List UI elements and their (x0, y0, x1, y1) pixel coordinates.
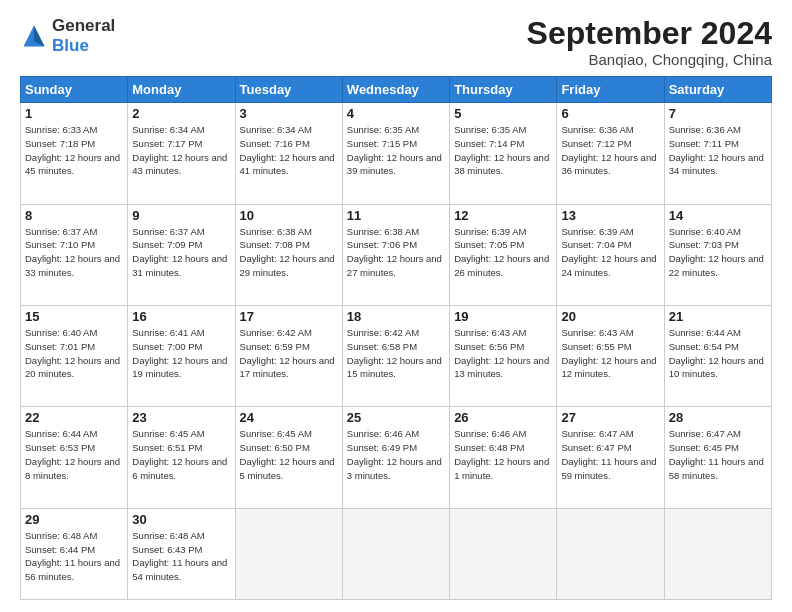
day-number: 7 (669, 106, 767, 121)
calendar-cell: 11Sunrise: 6:38 AMSunset: 7:06 PMDayligh… (342, 204, 449, 305)
calendar-cell: 19Sunrise: 6:43 AMSunset: 6:56 PMDayligh… (450, 306, 557, 407)
calendar-cell: 28Sunrise: 6:47 AMSunset: 6:45 PMDayligh… (664, 407, 771, 508)
day-number: 23 (132, 410, 230, 425)
logo-text: General Blue (52, 16, 115, 55)
day-info: Sunrise: 6:34 AMSunset: 7:16 PMDaylight:… (240, 123, 338, 178)
day-number: 5 (454, 106, 552, 121)
calendar-week-row: 8Sunrise: 6:37 AMSunset: 7:10 PMDaylight… (21, 204, 772, 305)
calendar-cell: 14Sunrise: 6:40 AMSunset: 7:03 PMDayligh… (664, 204, 771, 305)
day-info: Sunrise: 6:38 AMSunset: 7:08 PMDaylight:… (240, 225, 338, 280)
day-number: 8 (25, 208, 123, 223)
calendar-cell: 6Sunrise: 6:36 AMSunset: 7:12 PMDaylight… (557, 103, 664, 204)
calendar-cell: 26Sunrise: 6:46 AMSunset: 6:48 PMDayligh… (450, 407, 557, 508)
day-number: 2 (132, 106, 230, 121)
day-number: 19 (454, 309, 552, 324)
day-number: 28 (669, 410, 767, 425)
day-info: Sunrise: 6:41 AMSunset: 7:00 PMDaylight:… (132, 326, 230, 381)
calendar-table: SundayMondayTuesdayWednesdayThursdayFrid… (20, 76, 772, 600)
day-info: Sunrise: 6:44 AMSunset: 6:53 PMDaylight:… (25, 427, 123, 482)
calendar-cell: 22Sunrise: 6:44 AMSunset: 6:53 PMDayligh… (21, 407, 128, 508)
calendar-cell: 21Sunrise: 6:44 AMSunset: 6:54 PMDayligh… (664, 306, 771, 407)
day-number: 21 (669, 309, 767, 324)
calendar-cell: 9Sunrise: 6:37 AMSunset: 7:09 PMDaylight… (128, 204, 235, 305)
day-info: Sunrise: 6:36 AMSunset: 7:12 PMDaylight:… (561, 123, 659, 178)
calendar-cell: 16Sunrise: 6:41 AMSunset: 7:00 PMDayligh… (128, 306, 235, 407)
calendar-cell: 24Sunrise: 6:45 AMSunset: 6:50 PMDayligh… (235, 407, 342, 508)
logo-general: General (52, 16, 115, 36)
calendar-cell: 8Sunrise: 6:37 AMSunset: 7:10 PMDaylight… (21, 204, 128, 305)
day-info: Sunrise: 6:37 AMSunset: 7:09 PMDaylight:… (132, 225, 230, 280)
header: General Blue September 2024 Banqiao, Cho… (20, 16, 772, 68)
day-number: 16 (132, 309, 230, 324)
day-info: Sunrise: 6:35 AMSunset: 7:15 PMDaylight:… (347, 123, 445, 178)
day-number: 10 (240, 208, 338, 223)
day-number: 27 (561, 410, 659, 425)
day-number: 30 (132, 512, 230, 527)
calendar-cell (235, 508, 342, 599)
calendar-cell: 30Sunrise: 6:48 AMSunset: 6:43 PMDayligh… (128, 508, 235, 599)
day-number: 29 (25, 512, 123, 527)
day-info: Sunrise: 6:44 AMSunset: 6:54 PMDaylight:… (669, 326, 767, 381)
location: Banqiao, Chongqing, China (527, 51, 772, 68)
day-info: Sunrise: 6:37 AMSunset: 7:10 PMDaylight:… (25, 225, 123, 280)
calendar-cell: 10Sunrise: 6:38 AMSunset: 7:08 PMDayligh… (235, 204, 342, 305)
day-info: Sunrise: 6:33 AMSunset: 7:18 PMDaylight:… (25, 123, 123, 178)
calendar-week-row: 22Sunrise: 6:44 AMSunset: 6:53 PMDayligh… (21, 407, 772, 508)
day-number: 17 (240, 309, 338, 324)
day-number: 22 (25, 410, 123, 425)
day-info: Sunrise: 6:43 AMSunset: 6:55 PMDaylight:… (561, 326, 659, 381)
day-info: Sunrise: 6:39 AMSunset: 7:05 PMDaylight:… (454, 225, 552, 280)
calendar-cell: 20Sunrise: 6:43 AMSunset: 6:55 PMDayligh… (557, 306, 664, 407)
day-number: 3 (240, 106, 338, 121)
day-info: Sunrise: 6:46 AMSunset: 6:48 PMDaylight:… (454, 427, 552, 482)
day-info: Sunrise: 6:40 AMSunset: 7:03 PMDaylight:… (669, 225, 767, 280)
logo-blue: Blue (52, 36, 115, 56)
day-info: Sunrise: 6:38 AMSunset: 7:06 PMDaylight:… (347, 225, 445, 280)
day-number: 25 (347, 410, 445, 425)
calendar-cell (664, 508, 771, 599)
calendar-week-row: 1Sunrise: 6:33 AMSunset: 7:18 PMDaylight… (21, 103, 772, 204)
logo: General Blue (20, 16, 115, 55)
calendar-cell: 12Sunrise: 6:39 AMSunset: 7:05 PMDayligh… (450, 204, 557, 305)
calendar-header-monday: Monday (128, 77, 235, 103)
day-info: Sunrise: 6:39 AMSunset: 7:04 PMDaylight:… (561, 225, 659, 280)
day-number: 24 (240, 410, 338, 425)
day-info: Sunrise: 6:48 AMSunset: 6:43 PMDaylight:… (132, 529, 230, 584)
calendar-cell: 23Sunrise: 6:45 AMSunset: 6:51 PMDayligh… (128, 407, 235, 508)
day-info: Sunrise: 6:45 AMSunset: 6:51 PMDaylight:… (132, 427, 230, 482)
calendar-week-row: 15Sunrise: 6:40 AMSunset: 7:01 PMDayligh… (21, 306, 772, 407)
day-info: Sunrise: 6:47 AMSunset: 6:47 PMDaylight:… (561, 427, 659, 482)
calendar-cell (342, 508, 449, 599)
calendar-cell: 15Sunrise: 6:40 AMSunset: 7:01 PMDayligh… (21, 306, 128, 407)
calendar-cell: 17Sunrise: 6:42 AMSunset: 6:59 PMDayligh… (235, 306, 342, 407)
calendar-cell: 27Sunrise: 6:47 AMSunset: 6:47 PMDayligh… (557, 407, 664, 508)
calendar-header-sunday: Sunday (21, 77, 128, 103)
calendar-cell: 5Sunrise: 6:35 AMSunset: 7:14 PMDaylight… (450, 103, 557, 204)
day-info: Sunrise: 6:36 AMSunset: 7:11 PMDaylight:… (669, 123, 767, 178)
calendar-cell: 13Sunrise: 6:39 AMSunset: 7:04 PMDayligh… (557, 204, 664, 305)
day-number: 6 (561, 106, 659, 121)
calendar-cell: 7Sunrise: 6:36 AMSunset: 7:11 PMDaylight… (664, 103, 771, 204)
day-number: 20 (561, 309, 659, 324)
day-number: 11 (347, 208, 445, 223)
day-info: Sunrise: 6:45 AMSunset: 6:50 PMDaylight:… (240, 427, 338, 482)
day-info: Sunrise: 6:42 AMSunset: 6:58 PMDaylight:… (347, 326, 445, 381)
day-number: 9 (132, 208, 230, 223)
calendar-cell: 2Sunrise: 6:34 AMSunset: 7:17 PMDaylight… (128, 103, 235, 204)
logo-icon (20, 22, 48, 50)
calendar-cell: 4Sunrise: 6:35 AMSunset: 7:15 PMDaylight… (342, 103, 449, 204)
day-number: 13 (561, 208, 659, 223)
day-number: 12 (454, 208, 552, 223)
calendar-cell: 18Sunrise: 6:42 AMSunset: 6:58 PMDayligh… (342, 306, 449, 407)
calendar-header-saturday: Saturday (664, 77, 771, 103)
day-number: 26 (454, 410, 552, 425)
calendar-header-wednesday: Wednesday (342, 77, 449, 103)
day-number: 1 (25, 106, 123, 121)
day-info: Sunrise: 6:40 AMSunset: 7:01 PMDaylight:… (25, 326, 123, 381)
day-info: Sunrise: 6:47 AMSunset: 6:45 PMDaylight:… (669, 427, 767, 482)
day-info: Sunrise: 6:48 AMSunset: 6:44 PMDaylight:… (25, 529, 123, 584)
day-number: 18 (347, 309, 445, 324)
day-number: 14 (669, 208, 767, 223)
day-info: Sunrise: 6:42 AMSunset: 6:59 PMDaylight:… (240, 326, 338, 381)
calendar-cell: 1Sunrise: 6:33 AMSunset: 7:18 PMDaylight… (21, 103, 128, 204)
